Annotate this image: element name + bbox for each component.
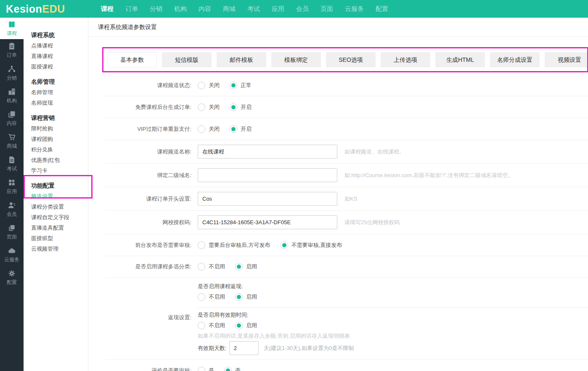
sidebar-entry[interactable]: 直播道具配置 (24, 223, 88, 233)
field-label: 评价是否要审核: (105, 367, 191, 371)
radio-option[interactable]: 开启 (230, 125, 252, 133)
top-menu-item[interactable]: 会员 (296, 5, 309, 13)
sidebar-entry[interactable]: 课程自定义字段 (24, 212, 88, 223)
rail-item-exam[interactable]: 考试 (0, 153, 24, 175)
radio-option[interactable]: 不启用 (198, 293, 225, 301)
top-menu-item[interactable]: 配置 (376, 5, 388, 13)
radio-option[interactable]: 关闭 (198, 82, 220, 89)
rail-item-pages[interactable]: 页面 (0, 221, 24, 244)
radio-option[interactable]: 否 (224, 367, 241, 371)
sidebar-entry[interactable]: 名师管理 (24, 87, 88, 98)
brand-logo[interactable]: KesionEDU (6, 0, 65, 18)
sidebar-entry[interactable]: 优惠券|红包 (24, 155, 88, 165)
sidebar-entry[interactable]: 面授课程 (24, 61, 88, 72)
sidebar-entry[interactable]: 面授班型 (24, 233, 88, 244)
sidebar-entry[interactable]: 课程团购 (24, 134, 88, 144)
radio-icon[interactable] (198, 241, 205, 249)
tab[interactable]: 名师分成设置 (490, 52, 540, 67)
tab[interactable]: 生成HTML (435, 52, 485, 67)
tab[interactable]: SEO选项 (326, 52, 376, 67)
radio-option[interactable]: 需要后台审核后,方可发布 (198, 241, 270, 249)
rail-item-content[interactable]: 内容 (0, 107, 24, 130)
tab[interactable]: 基本参数 (107, 52, 157, 67)
radio-option[interactable]: 是 (198, 367, 214, 371)
sidebar-entry[interactable]: 点播课程 (24, 40, 88, 51)
top-menu-item[interactable]: 内容 (199, 5, 211, 13)
license-code-input[interactable] (198, 215, 337, 229)
radio-icon[interactable] (230, 103, 237, 111)
rail-item-config[interactable]: 配置 (0, 266, 24, 289)
radio-icon[interactable] (235, 293, 243, 301)
sidebar-entry[interactable]: 名师管理 (24, 77, 88, 87)
rail-item-cloud[interactable]: 云服务 (0, 244, 24, 266)
radio-icon[interactable] (198, 367, 205, 371)
radio-icon[interactable] (198, 103, 205, 111)
rail-item-orders[interactable]: 订单 (0, 39, 24, 62)
rail-item-member[interactable]: 会员 (0, 198, 24, 221)
sidebar-entry[interactable]: 限时抢购 (24, 123, 88, 134)
radio-icon[interactable] (230, 82, 237, 89)
sidebar-entry[interactable]: 课程系统 (24, 30, 88, 40)
top-menu-item[interactable]: 考试 (247, 5, 260, 13)
tab[interactable]: 视频设置 (545, 52, 588, 67)
radio-icon[interactable] (198, 82, 205, 89)
tab[interactable]: 上传选项 (381, 52, 430, 67)
radio-icon[interactable] (198, 125, 205, 133)
radio-option[interactable]: 不启用 (198, 263, 225, 270)
radio-option[interactable]: 开启 (230, 103, 252, 111)
radio-option[interactable]: 关闭 (198, 103, 220, 111)
sidebar-entry[interactable]: 云视频管理 (24, 244, 88, 254)
radio-icon[interactable] (235, 263, 243, 270)
sidebar-entry[interactable]: 直播课程 (24, 51, 88, 61)
top-menu-item[interactable]: 机构 (174, 5, 187, 13)
sub-sidebar: 课程系统点播课程直播课程面授课程名师管理名师管理名师提现课程营销限时抢购课程团购… (24, 18, 88, 371)
sidebar-entry[interactable]: 学习卡 (24, 165, 88, 176)
sidebar-entry[interactable]: 功能配置 (24, 180, 88, 191)
top-menu-item[interactable]: 商城 (223, 5, 236, 13)
field-label: 前台发布是否需要审核: (105, 241, 191, 249)
form-row-order-prefix: 课程订单开头设置: 如KS (105, 187, 588, 211)
radio-icon[interactable] (224, 367, 232, 371)
rail-item-apps[interactable]: 应用 (0, 175, 24, 198)
rail-item-courses[interactable]: 课程 (0, 18, 24, 39)
radio-option[interactable]: 启用 (235, 322, 257, 329)
radio-icon[interactable] (198, 263, 205, 270)
radio-icon[interactable] (198, 322, 205, 329)
radio-icon[interactable] (198, 293, 205, 301)
top-menu-item[interactable]: 课程 (101, 5, 114, 13)
radio-icon[interactable] (235, 322, 243, 329)
apps-grid-icon (8, 178, 16, 187)
expiry-days-input[interactable] (229, 341, 259, 355)
top-menu-item[interactable]: 应用 (272, 5, 284, 13)
form-row-publish-audit: 前台发布是否需要审核: 需要后台审核后,方可发布不需要审核,直接发布 (105, 234, 588, 256)
brand-secondary: EDU (42, 3, 65, 15)
radio-option[interactable]: 启用 (235, 293, 257, 301)
tab[interactable]: 模板绑定 (271, 52, 321, 67)
tab[interactable]: 邮件模板 (217, 52, 266, 67)
radio-icon[interactable] (281, 241, 288, 249)
rail-item-institution[interactable]: 机构 (0, 85, 24, 107)
top-menu-item[interactable]: 分销 (150, 5, 162, 13)
radio-option[interactable]: 关闭 (198, 125, 220, 133)
sidebar-entry[interactable]: 课程营销 (24, 113, 88, 123)
sidebar-entry[interactable]: 名师提现 (24, 98, 88, 108)
radio-option[interactable]: 不启用 (198, 322, 225, 329)
sidebar-entry[interactable]: 积分兑换 (24, 144, 88, 155)
sidebar-entry[interactable]: 频道设置 (24, 191, 88, 201)
top-menu-item[interactable]: 订单 (125, 5, 138, 13)
radio-option[interactable]: 正常 (230, 82, 252, 89)
rail-item-mall[interactable]: 商城 (0, 130, 24, 153)
radio-icon[interactable] (230, 125, 237, 133)
radio-option[interactable]: 不需要审核,直接发布 (281, 241, 342, 249)
rail-item-distribution[interactable]: 分销 (0, 62, 24, 85)
divider (198, 307, 588, 308)
top-menu-item[interactable]: 页面 (320, 5, 333, 13)
subdomain-input[interactable] (198, 168, 337, 182)
sidebar-entry[interactable]: 课程分类设置 (24, 201, 88, 212)
rail-item-label: 云服务 (4, 256, 19, 263)
channel-name-input[interactable] (198, 145, 337, 159)
order-prefix-input[interactable] (198, 192, 337, 206)
radio-option[interactable]: 启用 (235, 263, 257, 270)
tab[interactable]: 短信模版 (162, 52, 212, 67)
top-menu-item[interactable]: 云服务 (345, 5, 364, 13)
